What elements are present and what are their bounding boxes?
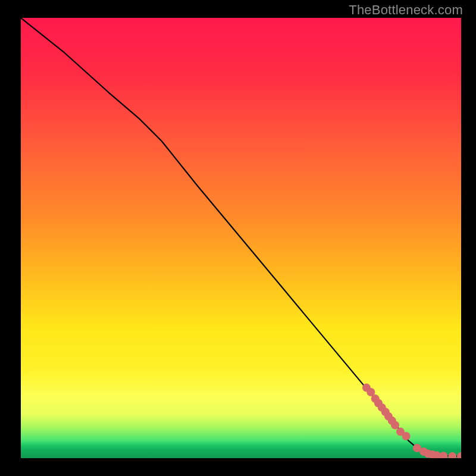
- data-point: [457, 452, 461, 458]
- data-point: [391, 421, 399, 430]
- plot-area: [21, 18, 461, 458]
- chart-frame: TheBottleneck.com: [0, 0, 476, 476]
- measured-points: [362, 384, 461, 458]
- data-point: [402, 432, 411, 440]
- watermark-text: TheBottleneck.com: [349, 2, 463, 18]
- data-point: [439, 452, 447, 458]
- plot-overlay: [21, 18, 461, 458]
- bottleneck-curve: [21, 18, 461, 456]
- data-point: [448, 452, 456, 458]
